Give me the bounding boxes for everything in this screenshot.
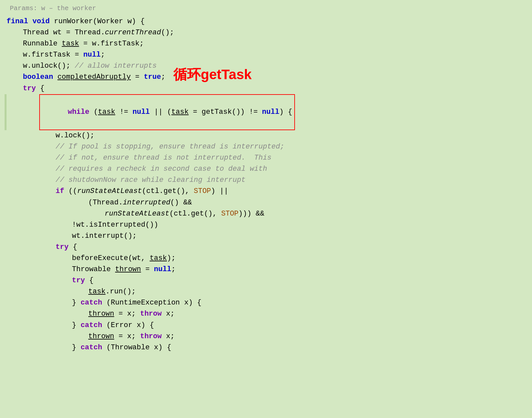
code-line-wlock: w.lock();	[7, 130, 525, 141]
code-line-throwable: Throwable thrown = null;	[7, 264, 525, 275]
code-line-firsttask-null: w.firstTask = null;	[7, 49, 525, 61]
code-line-try-open: try {	[7, 83, 525, 94]
code-line-comment4: // shutdownNow race while clearing inter…	[7, 175, 525, 186]
code-line-not-wt: !wt.isInterrupted())	[7, 219, 525, 231]
code-line-thread-interrupted: (Thread.interrupted() &&	[7, 197, 525, 208]
code-line-comment2: // if not, ensure thread is not interrup…	[7, 152, 525, 164]
code-line-thread: Thread wt = Thread.currentThread();	[7, 27, 525, 38]
code-line-try3: try {	[7, 275, 525, 286]
code-line-runstate-nested: runStateAtLeast(ctl.get(), STOP))) &&	[7, 208, 525, 219]
code-line-while: while (task != null || (task = getTask()…	[7, 94, 525, 130]
while-highlight: while (task != null || (task = getTask()…	[39, 94, 295, 130]
code-line-unlock: w.unlock(); // allow interrupts	[7, 61, 525, 72]
code-line-catch-throwable: } catch (Throwable x) {	[7, 342, 525, 353]
code-line-method-sig: final void runWorker(Worker w) {	[7, 16, 525, 27]
code-line-catch-error: } catch (Error x) {	[7, 320, 525, 331]
code-line-wt-interrupt: wt.interrupt();	[7, 231, 525, 242]
code-container: Params: w – the worker final void runWor…	[0, 0, 532, 360]
code-line-boolean: boolean completedAbruptly = true;	[7, 72, 525, 83]
code-line-thrown-throw1: thrown = x; throw x;	[7, 308, 525, 320]
code-line-thrown-throw2: thrown = x; throw x;	[7, 331, 525, 342]
code-line-try2: try {	[7, 242, 525, 253]
code-line-runnable: Runnable task = w.firstTask;	[7, 38, 525, 49]
code-line-catch-runtime: } catch (RuntimeException x) {	[7, 297, 525, 308]
params-line: Params: w – the worker	[7, 3, 525, 13]
code-line-if: if ((runStateAtLeast(ctl.get(), STOP) ||	[7, 186, 525, 197]
code-line-comment3: // requires a recheck in second case to …	[7, 164, 525, 175]
code-line-task-run: task.run();	[7, 286, 525, 297]
annotation-label: 循环getTask	[173, 64, 252, 85]
code-line-comment1: // If pool is stopping, ensure thread is…	[7, 141, 525, 152]
code-line-before-execute: beforeExecute(wt, task);	[7, 253, 525, 264]
